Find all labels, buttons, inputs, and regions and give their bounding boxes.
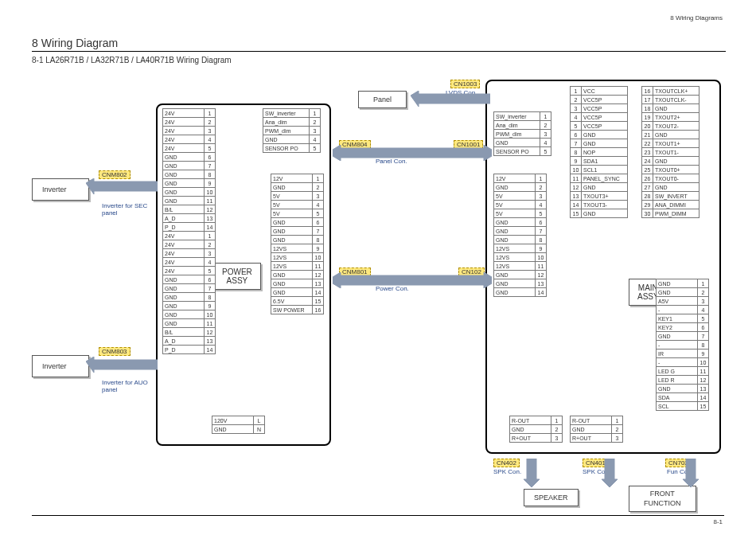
arrow-inv1 <box>86 178 158 194</box>
arrow-panel <box>333 145 492 161</box>
rout-pin-table-1: R-OUT1GND2R+OUT3 <box>509 416 563 443</box>
arrow-spk2 <box>602 459 618 487</box>
sw-inverter-table-1: SW_inverter1Ana_dim2PWM_dim3GND4SENSOR P… <box>263 108 321 153</box>
fun-pin-table: GND1GND2A5V3-4KEY15KEY26GND7-8IR9-10LED … <box>656 279 709 411</box>
inverter-auo-box: Inverter <box>32 355 89 377</box>
page-footer-right: 8-1 <box>713 518 723 525</box>
svg-marker-2 <box>333 272 492 288</box>
power-assy-label: POWER ASSY <box>213 263 261 290</box>
power-con-pin-table: 12V1GND25V35V45V5GND6GND7GND812VS912VS10… <box>493 174 547 297</box>
svg-marker-7 <box>683 459 699 487</box>
inverter-sec-box: Inverter <box>32 178 89 201</box>
svg-marker-4 <box>86 357 158 373</box>
arrow-fun <box>683 459 699 487</box>
cn402-tag: CN402 <box>493 459 520 467</box>
lvds-pin-table-b: 16TXOUTCLK+17TXOUTCLK-18GND19TXOUT2+20TX… <box>641 86 699 218</box>
svg-marker-6 <box>602 459 618 487</box>
svg-marker-0 <box>411 91 490 107</box>
arrow-inv2 <box>86 357 158 373</box>
arrow-power <box>333 272 492 288</box>
panel-box: Panel <box>358 91 407 108</box>
page-header-right: 8 Wiring Diagrams <box>670 14 723 21</box>
svg-marker-5 <box>524 459 540 487</box>
rout-pin-table-2: R-OUT1GND2R+OUT3 <box>570 416 623 443</box>
arrow-lvds <box>411 91 490 107</box>
cnm803-tag: CNM803 <box>99 347 131 356</box>
front-function-box: FRONT FUNCTION <box>629 486 696 512</box>
cn1003-tag: CN1003 <box>450 80 480 88</box>
arrow-spk1 <box>524 459 540 487</box>
lvds-pin-table-a: 1VCC2VCC5P3VCC5P4VCC5P5VCC5P6GND7GND8NOP… <box>570 86 628 218</box>
spk1-caption: SPK Con. <box>493 468 521 475</box>
svg-marker-1 <box>333 145 492 161</box>
speaker-box: SPEAKER <box>524 489 579 506</box>
power-pin-table: 12V1GND25V35V45V5GND6GND7GND812VS912VS10… <box>271 174 324 314</box>
section-title: 8 Wiring Diagram <box>32 37 726 52</box>
inverter-sec-note: Inverter for SEC panel <box>102 202 150 217</box>
inverter-pin-table: 24V124V224V324V424V5GND6GND7GND8GND9GND1… <box>162 108 216 354</box>
section-subtitle: 8-1 LA26R71B / LA32R71B / LA40R71B Wirin… <box>32 56 232 64</box>
footer-line <box>32 515 724 516</box>
ac-pin-table: 120VLGNDN <box>212 416 265 434</box>
sw-inverter-table-2: SW_inverter1Ana_dim2PWM_dim3GND4SENSOR P… <box>493 111 551 156</box>
svg-marker-3 <box>86 178 158 194</box>
inverter-auo-note: Inverter for AUO panel <box>102 379 150 393</box>
